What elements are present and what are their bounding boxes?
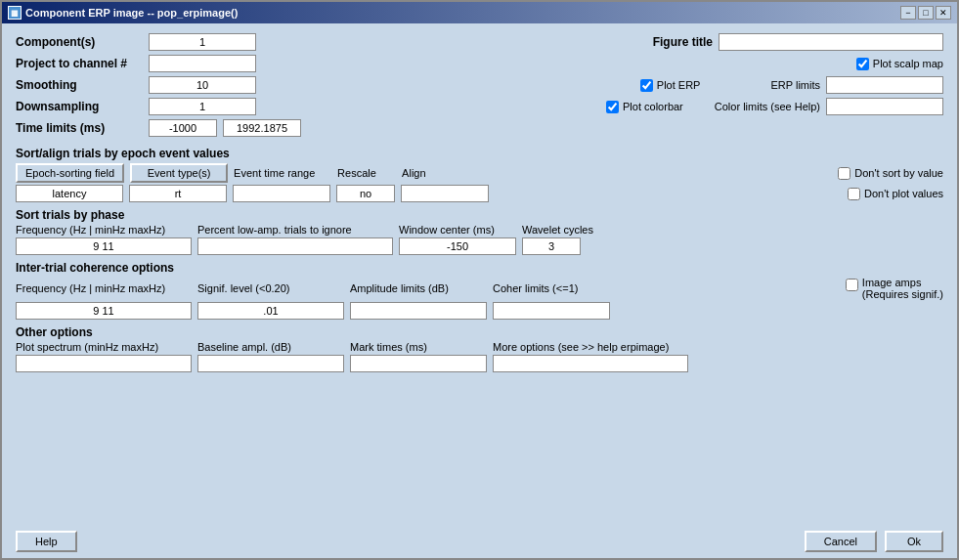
dont-plot-row: Don't plot values	[848, 188, 943, 200]
figure-title-label: Figure title	[634, 35, 713, 49]
plot-colorbar-row: Plot colorbar	[606, 101, 683, 113]
coh-amplitude-input[interactable]	[350, 302, 487, 320]
phase-values-row	[16, 237, 943, 255]
row-project: Project to channel # Plot scalp map	[16, 55, 943, 72]
rescale-input[interactable]	[336, 185, 395, 202]
sort-title-row: Sort/align trials by epoch event values	[16, 143, 943, 160]
more-options-input[interactable]	[493, 355, 688, 372]
plot-colorbar-checkbox[interactable]	[606, 101, 619, 113]
epoch-sorting-button[interactable]: Epoch-sorting field	[16, 163, 124, 183]
coh-amplitude-label: Amplitude limits (dB)	[350, 282, 487, 294]
ok-button[interactable]: Ok	[885, 531, 943, 552]
baseline-input[interactable]	[197, 355, 344, 372]
project-label: Project to channel #	[16, 57, 143, 70]
plot-erp-row: Plot ERP	[640, 79, 701, 92]
row-smoothing: Smoothing Plot ERP ERP limits	[16, 76, 943, 94]
plot-spectrum-label: Plot spectrum (minHz maxHz)	[16, 341, 192, 353]
phase-window-label: Window center (ms)	[399, 224, 516, 236]
smoothing-input[interactable]	[149, 76, 256, 94]
plot-colorbar-label: Plot colorbar	[623, 101, 683, 112]
phase-wavelet-input[interactable]	[522, 237, 581, 255]
phase-percent-label: Percent low-amp. trials to ignore	[197, 224, 393, 236]
time-limits-from-input[interactable]	[149, 119, 217, 137]
phase-freq-input[interactable]	[16, 237, 192, 255]
sort-headers-row: Epoch-sorting field Event type(s) Event …	[16, 163, 943, 183]
rescale-label: Rescale	[337, 167, 396, 179]
plot-scalp-row: Plot scalp map	[856, 58, 943, 70]
dont-plot-label: Don't plot values	[864, 188, 943, 199]
phase-freq-label: Frequency (Hz | minHz maxHz)	[16, 224, 192, 236]
mark-times-label: Mark times (ms)	[350, 341, 487, 353]
dont-sort-checkbox[interactable]	[838, 167, 850, 180]
align-input[interactable]	[401, 185, 489, 202]
plot-scalp-label: Plot scalp map	[873, 58, 943, 69]
dont-sort-row: Don't sort by value	[838, 167, 943, 180]
figure-title-input[interactable]	[719, 33, 943, 51]
coh-coher-label: Coher limits (<=1)	[493, 282, 610, 294]
more-options-label: More options (see >> help erpimage)	[493, 341, 669, 353]
titlebar-buttons: − □ ✕	[900, 6, 951, 20]
other-labels-row: Plot spectrum (minHz maxHz) Baseline amp…	[16, 341, 943, 353]
erp-limits-label: ERP limits	[770, 79, 820, 91]
coherence-labels-row: Frequency (Hz | minHz maxHz) Signif. lev…	[16, 277, 943, 300]
phase-percent-input[interactable]	[197, 237, 393, 255]
color-limits-input[interactable]	[826, 98, 943, 115]
coherence-section: Inter-trial coherence options Frequency …	[16, 261, 943, 320]
project-input[interactable]	[149, 55, 256, 72]
image-amps-container: Image amps (Requires signif.)	[846, 277, 943, 300]
downsampling-label: Downsampling	[16, 100, 143, 113]
phase-section-title: Sort trials by phase	[16, 208, 124, 222]
event-types-button[interactable]: Event type(s)	[130, 163, 228, 183]
baseline-label: Baseline ampl. (dB)	[197, 341, 344, 353]
titlebar-left: ▦ Component ERP image -- pop_erpimage()	[8, 6, 238, 20]
titlebar: ▦ Component ERP image -- pop_erpimage() …	[2, 2, 957, 23]
epoch-sorting-input[interactable]	[16, 185, 123, 202]
sort-section-title: Sort/align trials by epoch event values	[16, 147, 230, 160]
coherence-values-row	[16, 302, 943, 320]
bottom-buttons: Help Cancel Ok	[2, 525, 957, 558]
main-window: ▦ Component ERP image -- pop_erpimage() …	[0, 0, 959, 560]
plot-erp-checkbox[interactable]	[640, 79, 653, 92]
phase-labels-row: Frequency (Hz | minHz maxHz) Percent low…	[16, 224, 943, 236]
coh-coher-input[interactable]	[493, 302, 610, 320]
coh-freq-label: Frequency (Hz | minHz maxHz)	[16, 282, 192, 294]
coh-signif-input[interactable]	[197, 302, 344, 320]
dont-plot-checkbox[interactable]	[848, 188, 860, 200]
event-types-input[interactable]	[129, 185, 227, 202]
other-values-row	[16, 355, 943, 372]
coh-freq-input[interactable]	[16, 302, 192, 320]
phase-section: Sort trials by phase Frequency (Hz | min…	[16, 208, 943, 255]
image-amps-text: Image amps (Requires signif.)	[862, 277, 943, 300]
window-title: Component ERP image -- pop_erpimage()	[25, 7, 238, 19]
maximize-button[interactable]: □	[918, 6, 934, 20]
row-time-limits: Time limits (ms)	[16, 119, 943, 137]
row-components: Component(s) Figure title	[16, 33, 943, 51]
downsampling-input[interactable]	[149, 98, 256, 115]
other-section: Other options Plot spectrum (minHz maxHz…	[16, 325, 943, 372]
event-time-range-input[interactable]	[233, 185, 330, 202]
components-input[interactable]	[149, 33, 256, 51]
image-amps-checkbox[interactable]	[846, 279, 858, 291]
image-amps-label: Image amps	[862, 277, 943, 288]
cancel-button[interactable]: Cancel	[805, 531, 877, 552]
plot-scalp-checkbox[interactable]	[856, 58, 869, 70]
plot-erp-label: Plot ERP	[657, 79, 701, 91]
plot-spectrum-input[interactable]	[16, 355, 192, 372]
help-button[interactable]: Help	[16, 531, 77, 552]
erp-limits-input[interactable]	[826, 76, 943, 94]
event-time-range-label: Event time range	[234, 167, 331, 179]
time-limits-label: Time limits (ms)	[16, 121, 143, 135]
row-downsampling: Downsampling Plot colorbar Color limits …	[16, 98, 943, 115]
phase-window-input[interactable]	[399, 237, 516, 255]
minimize-button[interactable]: −	[900, 6, 916, 20]
main-content: Component(s) Figure title Project to cha…	[2, 23, 957, 525]
coh-signif-label: Signif. level (<0.20)	[197, 282, 344, 294]
requires-label: (Requires signif.)	[862, 288, 943, 300]
mark-times-input[interactable]	[350, 355, 487, 372]
time-limits-to-input[interactable]	[223, 119, 301, 137]
right-buttons: Cancel Ok	[805, 531, 943, 552]
close-button[interactable]: ✕	[936, 6, 951, 20]
smoothing-label: Smoothing	[16, 78, 143, 92]
other-section-title: Other options	[16, 325, 93, 339]
phase-wavelet-label: Wavelet cycles	[522, 224, 593, 236]
